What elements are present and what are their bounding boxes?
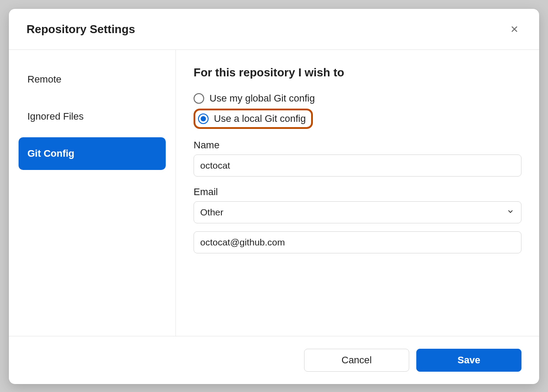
radio-label: Use a local Git config — [214, 113, 306, 124]
modal-footer: Cancel Save — [9, 336, 539, 384]
repository-settings-modal: Repository Settings Remote Ignored Files… — [9, 9, 539, 384]
cancel-button-label: Cancel — [342, 354, 372, 366]
email-select[interactable]: Other — [194, 201, 521, 223]
modal-header: Repository Settings — [9, 9, 539, 50]
radio-dot-icon — [201, 116, 206, 121]
save-button[interactable]: Save — [416, 349, 521, 372]
email-select-value: Other — [200, 207, 224, 217]
email-input[interactable] — [194, 231, 521, 253]
close-button[interactable] — [507, 22, 521, 36]
content-heading: For this repository I wish to — [194, 66, 521, 79]
radio-global-config[interactable]: Use my global Git config — [194, 90, 521, 107]
radio-local-config[interactable]: Use a local Git config — [198, 113, 306, 124]
sidebar-item-label: Git Config — [27, 148, 74, 159]
close-icon — [510, 25, 519, 34]
modal-title: Repository Settings — [27, 23, 135, 36]
highlighted-radio-local: Use a local Git config — [194, 109, 313, 129]
settings-content: For this repository I wish to Use my glo… — [176, 50, 539, 336]
cancel-button[interactable]: Cancel — [304, 349, 409, 372]
radio-label: Use my global Git config — [209, 93, 315, 104]
email-select-wrap: Other — [194, 201, 521, 223]
email-label: Email — [194, 186, 521, 198]
email-form-group: Email Other — [194, 186, 521, 253]
sidebar-item-remote[interactable]: Remote — [19, 63, 166, 96]
sidebar-item-git-config[interactable]: Git Config — [19, 137, 166, 170]
sidebar-item-label: Ignored Files — [27, 111, 84, 122]
radio-button-icon — [198, 113, 209, 124]
modal-body: Remote Ignored Files Git Config For this… — [9, 50, 539, 336]
settings-sidebar: Remote Ignored Files Git Config — [9, 50, 176, 336]
radio-button-icon — [194, 93, 204, 104]
name-input[interactable] — [194, 155, 521, 177]
save-button-label: Save — [457, 354, 480, 366]
sidebar-item-label: Remote — [27, 74, 61, 85]
name-label: Name — [194, 139, 521, 151]
git-config-radio-group: Use my global Git config Use a local Git… — [194, 90, 521, 129]
name-form-group: Name — [194, 139, 521, 177]
sidebar-item-ignored-files[interactable]: Ignored Files — [19, 100, 166, 133]
